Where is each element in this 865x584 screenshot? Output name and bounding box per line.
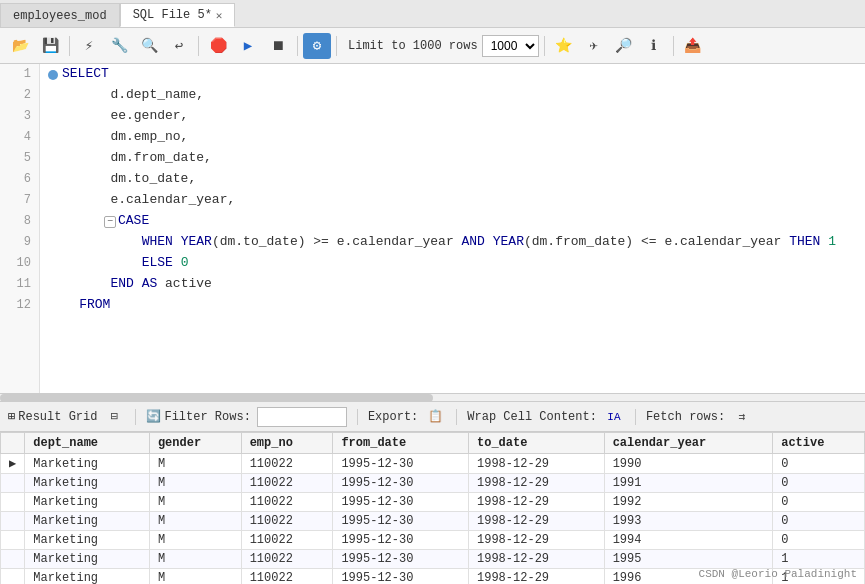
cell-active: 0: [773, 531, 865, 550]
cell-emp_no: 110022: [241, 454, 333, 474]
limit-row-selector[interactable]: Limit to 1000 rows 1000 500 2000: [348, 35, 539, 57]
line-numbers: 1 2 3 4 5 6 7 8 9 10 11 12: [0, 64, 40, 393]
result-table-container[interactable]: dept_name gender emp_no from_date to_dat…: [0, 432, 865, 584]
export-label: Export:: [368, 410, 418, 424]
ln-7: 7: [8, 190, 31, 211]
cell-dept_name: Marketing: [25, 531, 150, 550]
stop2-button[interactable]: ⏹: [264, 33, 292, 59]
filter-rows-control[interactable]: 🔄 Filter Rows:: [146, 409, 250, 424]
cell-from_date: 1995-12-30: [333, 550, 469, 569]
filter-rows-input[interactable]: [257, 407, 347, 427]
filter-button[interactable]: 🔧: [105, 33, 133, 59]
table-row[interactable]: MarketingM1100221995-12-301998-12-291993…: [1, 512, 865, 531]
table-row[interactable]: MarketingM1100221995-12-301998-12-291995…: [1, 550, 865, 569]
export-button[interactable]: 📤: [679, 33, 707, 59]
result-sep-4: [635, 409, 636, 425]
stop-button[interactable]: 🛑: [204, 33, 232, 59]
ln-5: 5: [8, 148, 31, 169]
execute-button[interactable]: ▶: [234, 33, 262, 59]
code-text-10: ELSE 0: [48, 253, 188, 274]
cell-active: 0: [773, 454, 865, 474]
cell-gender: M: [149, 474, 241, 493]
fetch-rows-btn[interactable]: ⇉: [731, 406, 753, 428]
tab-sql-file[interactable]: SQL File 5* ✕: [120, 3, 236, 27]
ln-3: 3: [8, 106, 31, 127]
wrap-btn[interactable]: IA: [603, 406, 625, 428]
table-row[interactable]: MarketingM1100221995-12-301998-12-291994…: [1, 531, 865, 550]
code-line-4: dm.emp_no,: [48, 127, 857, 148]
cell-from_date: 1995-12-30: [333, 569, 469, 585]
toolbar-sep-3: [297, 36, 298, 56]
star-button[interactable]: ⭐: [550, 33, 578, 59]
cell-emp_no: 110022: [241, 474, 333, 493]
keyword-select: SELECT: [62, 64, 109, 85]
cell-gender: M: [149, 454, 241, 474]
limit-select[interactable]: 1000 500 2000: [482, 35, 539, 57]
tab-employees-mod[interactable]: employees_mod: [0, 3, 120, 27]
editor-scrollbar-thumb[interactable]: [0, 394, 433, 402]
code-text-5: dm.from_date,: [48, 148, 212, 169]
code-line-5: dm.from_date,: [48, 148, 857, 169]
row-arrow-cell: [1, 569, 25, 585]
table-row[interactable]: MarketingM1100221995-12-301998-12-291992…: [1, 493, 865, 512]
open-button[interactable]: 📂: [6, 33, 34, 59]
fetch-rows-label: Fetch rows:: [646, 410, 725, 424]
save-button[interactable]: 💾: [36, 33, 64, 59]
toolbar-sep-4: [336, 36, 337, 56]
explain-button[interactable]: ⚙: [303, 33, 331, 59]
code-line-10: ELSE 0: [48, 253, 857, 274]
export-btn[interactable]: 📋: [424, 406, 446, 428]
code-lines[interactable]: SELECT d.dept_name, ee.gender, dm.emp_no…: [40, 64, 865, 393]
result-grid-button[interactable]: ⊞ Result Grid: [8, 409, 97, 424]
keyword-case: CASE: [118, 211, 149, 232]
result-toolbar: ⊞ Result Grid ⊟ 🔄 Filter Rows: Export: 📋…: [0, 402, 865, 432]
cell-calendar_year: 1992: [604, 493, 773, 512]
collapse-icon[interactable]: −: [104, 216, 116, 228]
result-grid-view-button[interactable]: ⊟: [103, 406, 125, 428]
cell-from_date: 1995-12-30: [333, 493, 469, 512]
search-button[interactable]: 🔎: [610, 33, 638, 59]
toolbar-sep-5: [544, 36, 545, 56]
info-button[interactable]: ℹ: [640, 33, 668, 59]
cell-gender: M: [149, 512, 241, 531]
tab-employees-label: employees_mod: [13, 9, 107, 23]
tab-sql-label: SQL File 5*: [133, 8, 212, 22]
cell-to_date: 1998-12-29: [469, 512, 605, 531]
magnify-button[interactable]: 🔍: [135, 33, 163, 59]
code-text-12: FROM: [48, 295, 110, 316]
col-emp-no: emp_no: [241, 433, 333, 454]
back-button[interactable]: ↩: [165, 33, 193, 59]
cell-from_date: 1995-12-30: [333, 474, 469, 493]
cell-emp_no: 110022: [241, 512, 333, 531]
row-arrow-cell: [1, 550, 25, 569]
cell-calendar_year: 1994: [604, 531, 773, 550]
code-text-9: WHEN YEAR(dm.to_date) >= e.calendar_year…: [48, 232, 836, 253]
ln-2: 2: [8, 85, 31, 106]
table-row[interactable]: ▶MarketingM1100221995-12-301998-12-29199…: [1, 454, 865, 474]
cell-dept_name: Marketing: [25, 512, 150, 531]
tab-close-icon[interactable]: ✕: [216, 9, 223, 22]
cell-to_date: 1998-12-29: [469, 474, 605, 493]
code-line-2: d.dept_name,: [48, 85, 857, 106]
ln-11: 11: [8, 274, 31, 295]
row-arrow-cell: [1, 512, 25, 531]
cell-from_date: 1995-12-30: [333, 531, 469, 550]
cell-to_date: 1998-12-29: [469, 569, 605, 585]
cell-gender: M: [149, 493, 241, 512]
execute-lightning-button[interactable]: ⚡: [75, 33, 103, 59]
row-arrow-cell: [1, 493, 25, 512]
cell-calendar_year: 1990: [604, 454, 773, 474]
col-calendar-year: calendar_year: [604, 433, 773, 454]
table-row[interactable]: MarketingM1100221995-12-301998-12-291991…: [1, 474, 865, 493]
code-text-6: dm.to_date,: [48, 169, 196, 190]
breakpoint-dot[interactable]: [48, 70, 58, 80]
result-table: dept_name gender emp_no from_date to_dat…: [0, 432, 865, 584]
watermark: CSDN @Leorio Paladinight: [699, 568, 857, 580]
cell-dept_name: Marketing: [25, 474, 150, 493]
code-line-12: FROM: [48, 295, 857, 316]
code-text-7: e.calendar_year,: [48, 190, 235, 211]
send-button[interactable]: ✈: [580, 33, 608, 59]
editor-scrollbar[interactable]: [0, 394, 865, 402]
result-sep-1: [135, 409, 136, 425]
editor-area[interactable]: 1 2 3 4 5 6 7 8 9 10 11 12 SELECT d.dept…: [0, 64, 865, 394]
